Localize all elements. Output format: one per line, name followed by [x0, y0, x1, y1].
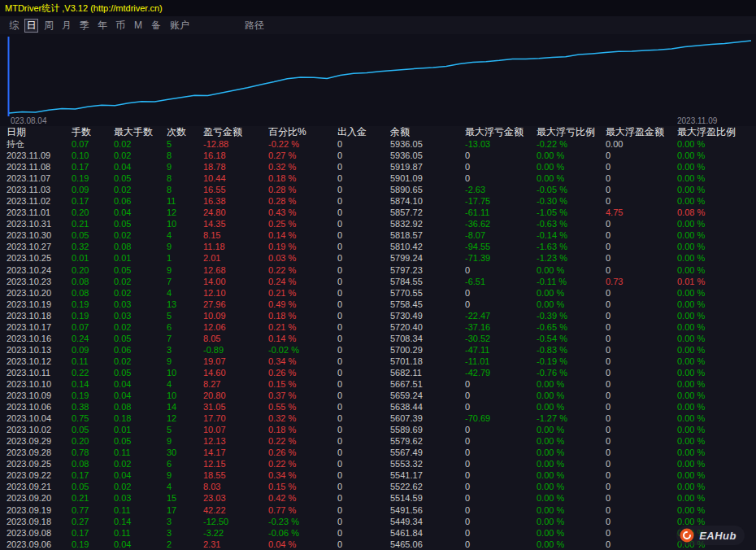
table-cell: 0.05: [114, 367, 167, 378]
table-cell: 5541.17: [390, 469, 465, 481]
table-row[interactable]: 2023.10.230.080.02714.000.24 %05784.55-6…: [0, 276, 756, 287]
table-cell: -2.63: [465, 184, 537, 195]
table-cell: 0.78: [72, 447, 114, 458]
table-row[interactable]: 2023.10.120.110.02919.070.34 %05701.18-1…: [0, 356, 756, 367]
table-row[interactable]: 2023.10.060.380.081431.050.55 %05638.440…: [0, 401, 756, 412]
table-row[interactable]: 2023.10.310.210.051014.350.25 %05832.92-…: [0, 218, 756, 229]
table-row[interactable]: 2023.10.090.190.041020.800.37 %05659.240…: [0, 390, 756, 401]
menu-item-1[interactable]: 日: [24, 19, 38, 33]
table-row[interactable]: 2023.09.200.210.031523.030.42 %05514.590…: [0, 492, 756, 504]
table-cell: 5890.65: [390, 184, 465, 195]
table-cell: 42.22: [203, 504, 268, 516]
table-row[interactable]: 2023.10.240.200.05912.680.22 %05797.2300…: [0, 264, 756, 276]
table-row[interactable]: 2023.09.280.780.113014.170.26 %05567.490…: [0, 447, 756, 458]
table-cell: 0.19: [72, 310, 114, 321]
table-cell: -30.52: [465, 333, 537, 344]
menu-item-4[interactable]: 季: [76, 19, 93, 33]
table-cell: 14.17: [203, 447, 268, 458]
table-cell: 0.00 %: [537, 424, 606, 435]
table-cell: 0.42 %: [268, 492, 337, 504]
table-row[interactable]: 2023.09.250.080.02612.150.22 %05553.3200…: [0, 458, 756, 469]
table-cell: 20.80: [203, 390, 268, 401]
table-row[interactable]: 2023.09.060.190.0422.310.04 %05465.0600.…: [0, 539, 756, 550]
menu-item-7[interactable]: M: [129, 20, 147, 31]
table-cell: -94.55: [465, 241, 537, 252]
table-cell: 24.80: [203, 207, 268, 218]
table-cell: 9: [167, 264, 203, 276]
table-cell: 0.18 %: [268, 172, 337, 184]
table-cell: 0.00 %: [677, 401, 749, 412]
table-cell: 0.07: [72, 321, 114, 333]
table-row[interactable]: 2023.11.090.100.02816.180.27 %05936.0500…: [0, 150, 756, 161]
menu-item-9[interactable]: 账户: [165, 19, 194, 33]
table-row[interactable]: 2023.10.040.750.181217.700.32 %05607.39-…: [0, 412, 756, 424]
table-row[interactable]: 2023.10.190.190.031327.960.49 %05758.450…: [0, 299, 756, 310]
table-cell: 0.18: [114, 412, 167, 424]
menu-item-0[interactable]: 综: [5, 19, 23, 33]
table-row[interactable]: 2023.10.180.190.03510.090.18 %05730.49-2…: [0, 310, 756, 321]
table-cell: 6: [167, 458, 203, 469]
table-row[interactable]: 2023.10.300.050.0248.150.14 %05818.57-8.…: [0, 229, 756, 241]
table-cell: 9: [167, 356, 203, 367]
table-cell: 3: [167, 527, 203, 539]
equity-chart: 023.08.04 2023.11.09: [0, 34, 756, 126]
table-row[interactable]: 2023.11.070.190.05810.440.18 %05901.0900…: [0, 172, 756, 184]
table-row[interactable]: 持仓0.070.025-12.88-0.22 %05936.05-13.03-0…: [0, 138, 756, 150]
table-cell: 5553.32: [390, 458, 465, 469]
table-row[interactable]: 2023.10.100.140.0448.270.15 %05667.5100.…: [0, 378, 756, 390]
table-row[interactable]: 2023.09.290.200.05912.130.22 %05579.6200…: [0, 435, 756, 447]
table-row[interactable]: 2023.09.080.170.113-3.22-0.06 %05461.840…: [0, 527, 756, 539]
table-row[interactable]: 2023.10.200.080.02412.100.21 %05770.5500…: [0, 287, 756, 299]
menu-item-5[interactable]: 年: [93, 19, 111, 33]
table-row[interactable]: 2023.09.210.050.0248.030.15 %05522.6200.…: [0, 481, 756, 492]
table-cell: 0: [606, 527, 677, 539]
table-cell: 5901.09: [390, 172, 465, 184]
balance-curve: [9, 41, 751, 113]
table-cell: 5799.24: [390, 252, 465, 264]
table-header-row: 日期手数最大手数次数盈亏金额百分比%出入金余额最大浮亏金额最大浮亏比例最大浮盈金…: [0, 126, 756, 138]
menu-item-2[interactable]: 周: [40, 19, 58, 33]
table-row[interactable]: 2023.10.250.010.0112.010.03 %05799.24-71…: [0, 252, 756, 264]
table-row[interactable]: 2023.10.110.220.051014.600.26 %05682.11-…: [0, 367, 756, 378]
table-cell: 0.28 %: [268, 184, 337, 195]
table-row[interactable]: 2023.09.180.270.143-12.50-0.23 %05449.34…: [0, 516, 756, 527]
table-cell: 0: [337, 527, 390, 539]
table-cell: 0: [465, 378, 537, 390]
title-bar: MTDriver统计 ,V3.12 (http://mtdriver.cn): [0, 0, 756, 16]
table-cell: 0: [465, 504, 537, 516]
table-row[interactable]: 2023.10.020.050.01510.070.18 %05589.6900…: [0, 424, 756, 435]
table-cell: 0.04: [114, 390, 167, 401]
table-row[interactable]: 2023.11.030.090.02816.550.28 %05890.65-2…: [0, 184, 756, 195]
table-cell: 7: [167, 333, 203, 344]
menu-item-6[interactable]: 币: [111, 19, 129, 33]
menu-item-3[interactable]: 月: [58, 19, 76, 33]
table-row[interactable]: 2023.10.130.090.063-0.89-0.02 %05700.29-…: [0, 344, 756, 356]
table-cell: 0: [337, 401, 390, 412]
table-cell: 2: [167, 539, 203, 550]
table-cell: 0: [465, 492, 537, 504]
table-cell: 0: [465, 299, 537, 310]
table-cell: 0.17: [72, 195, 114, 207]
table-row[interactable]: 2023.10.270.320.08911.180.19 %05810.42-9…: [0, 241, 756, 252]
menu-item-path[interactable]: 路径: [240, 19, 269, 33]
menu-item-8[interactable]: 备: [147, 19, 165, 33]
table-cell: 0.20: [72, 207, 114, 218]
table-cell: 2023.11.01: [7, 207, 72, 218]
table-cell: -1.27 %: [537, 412, 606, 424]
table-cell: 16.55: [203, 184, 268, 195]
table-row[interactable]: 2023.09.220.170.04918.550.34 %05541.1700…: [0, 469, 756, 481]
table-row[interactable]: 2023.09.190.770.111742.220.77 %05491.560…: [0, 504, 756, 516]
table-row[interactable]: 2023.11.080.170.04918.780.32 %05919.8700…: [0, 161, 756, 172]
table-cell: 0.00 %: [537, 504, 606, 516]
table-row[interactable]: 2023.10.160.240.0578.050.14 %05708.34-30…: [0, 333, 756, 344]
table-cell: 0.19: [72, 539, 114, 550]
table-row[interactable]: 2023.10.170.070.02612.060.21 %05720.40-3…: [0, 321, 756, 333]
table-row[interactable]: 2023.11.020.170.061116.380.28 %05874.10-…: [0, 195, 756, 207]
table-cell: 10: [167, 367, 203, 378]
table-row[interactable]: 2023.11.010.200.041224.800.43 %05857.72-…: [0, 207, 756, 218]
table-cell: 0.14 %: [268, 333, 337, 344]
table-cell: 0.02: [114, 321, 167, 333]
table-cell: 14.35: [203, 218, 268, 229]
app-window: MTDriver统计 ,V3.12 (http://mtdriver.cn) 综…: [0, 0, 756, 550]
table-cell: 2023.10.25: [7, 252, 72, 264]
